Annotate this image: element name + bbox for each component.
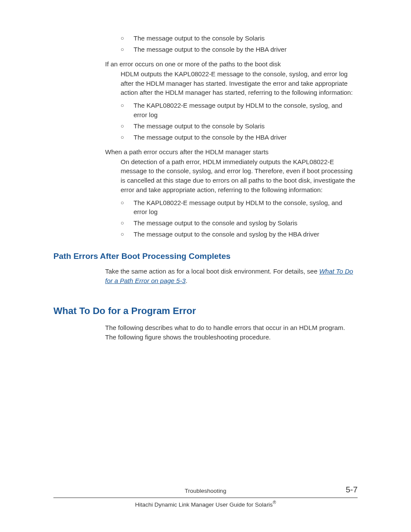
page-footer: Troubleshooting 5-7 Hitachi Dynamic Link…: [53, 487, 358, 509]
list-item-text: The KAPL08022-E message output by HDLM t…: [134, 101, 358, 120]
list-item-text: The message output to the console and sy…: [134, 218, 297, 228]
circle-bullet-icon: ○: [121, 121, 134, 131]
circle-bullet-icon: ○: [121, 218, 134, 228]
list-item-text: The message output to the console by the…: [134, 45, 286, 54]
footer-chapter-line: Troubleshooting 5-7: [53, 487, 358, 498]
list-item: ○ The message output to the console and …: [121, 218, 358, 228]
list-item: ○ The message output to the console by S…: [121, 121, 358, 131]
body-text-fragment: Take the same action as for a local boot…: [105, 268, 319, 275]
list-item: ○ The KAPL08022-E message output by HDLM…: [121, 101, 358, 120]
circle-bullet-icon: ○: [121, 101, 134, 120]
list-item-text: The message output to the console by the…: [134, 133, 286, 142]
registered-trademark-icon: ®: [273, 500, 276, 505]
circle-bullet-icon: ○: [121, 198, 134, 217]
circle-bullet-icon: ○: [121, 230, 134, 239]
list-item-text: The message output to the console by Sol…: [134, 34, 265, 43]
definition-term: If an error occurs on one or more of the…: [105, 59, 358, 69]
heading-program-error: What To Do for a Program Error: [53, 304, 358, 318]
section-body: The following describes what to do to ha…: [105, 323, 358, 342]
circle-bullet-icon: ○: [121, 133, 134, 142]
heading-path-errors-after-boot: Path Errors After Boot Processing Comple…: [53, 250, 358, 262]
list-item: ○ The message output to the console by t…: [121, 45, 358, 54]
list-item: ○ The message output to the console by S…: [121, 34, 358, 43]
footer-page-number: 5-7: [346, 484, 358, 496]
list-item-text: The message output to the console by Sol…: [134, 121, 265, 131]
footer-doc-title: Hitachi Dynamic Link Manager User Guide …: [53, 498, 358, 509]
bullet-list-intro: ○ The message output to the console by S…: [121, 34, 358, 54]
section-body: Take the same action as for a local boot…: [105, 267, 358, 286]
list-item: ○ The KAPL08022-E message output by HDLM…: [121, 198, 358, 217]
list-item: ○ The message output to the console and …: [121, 230, 358, 239]
list-item: ○ The message output to the console by t…: [121, 133, 358, 142]
list-item-text: The KAPL08022-E message output by HDLM t…: [134, 198, 358, 217]
definition-term: When a path error occurs after the HDLM …: [105, 147, 358, 157]
bullet-list-sec2: ○ The KAPL08022-E message output by HDLM…: [121, 198, 358, 240]
circle-bullet-icon: ○: [121, 34, 134, 43]
definition-body: HDLM outputs the KAPL08022-E message to …: [121, 69, 358, 97]
circle-bullet-icon: ○: [121, 45, 134, 54]
bullet-list-sec1: ○ The KAPL08022-E message output by HDLM…: [121, 101, 358, 142]
list-item-text: The message output to the console and sy…: [134, 230, 319, 239]
definition-body: On detection of a path error, HDLM immed…: [121, 157, 358, 195]
footer-chapter: Troubleshooting: [185, 488, 226, 494]
footer-doc-title-text: Hitachi Dynamic Link Manager User Guide …: [135, 501, 273, 507]
body-text-fragment: .: [186, 277, 187, 284]
